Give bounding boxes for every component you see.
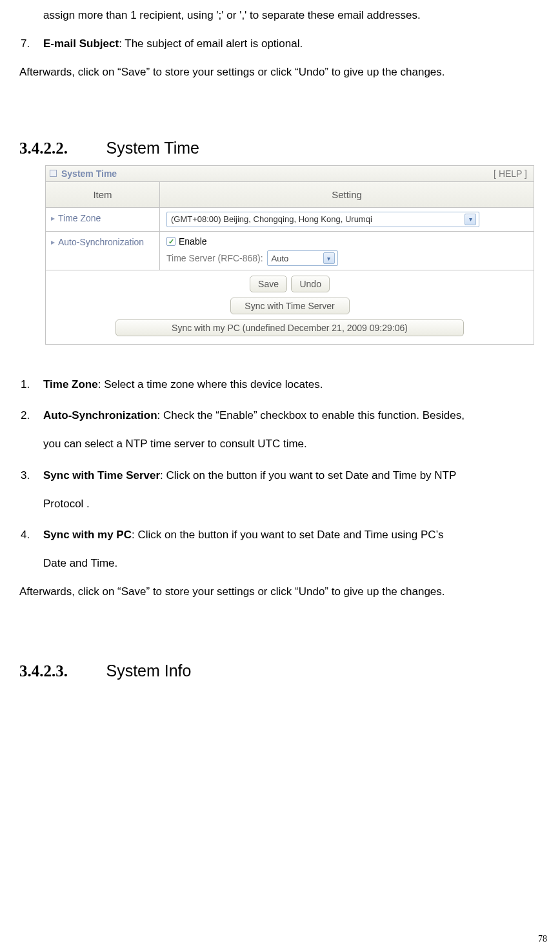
item3-rest-b: Protocol . [19, 490, 541, 518]
enable-checkbox-row: ✓ Enable [166, 236, 207, 247]
item4-rest-a: : Click on the button if you want to set… [132, 529, 444, 541]
timezone-value: (GMT+08:00) Beijing, Chongqing, Hong Kon… [171, 214, 372, 224]
timezone-select[interactable]: (GMT+08:00) Beijing, Chongqing, Hong Kon… [166, 212, 479, 227]
enable-label: Enable [179, 236, 207, 247]
item2-bold: Auto-Synchronization [43, 409, 157, 421]
header-item: Item [46, 182, 160, 207]
timeserver-select[interactable]: Auto ▾ [267, 250, 338, 266]
timeserver-value: Auto [272, 254, 289, 263]
system-time-panel: System Time [ HELP ] Item Setting ▸ Time… [45, 165, 534, 345]
list-number: 3. [21, 461, 30, 490]
list-item-2: 2. Auto-Synchronization: Check the “Enab… [19, 401, 541, 430]
chevron-down-icon: ▾ [323, 252, 335, 264]
sync-pc-button[interactable]: Sync with my PC (undefined December 21, … [115, 319, 464, 336]
label-timezone-text: Time Zone [58, 213, 101, 223]
item2-rest-a: : Check the “Enable” checkbox to enable … [157, 409, 465, 421]
list-item-4: 4. Sync with my PC: Click on the button … [19, 521, 541, 549]
list-number: 1. [21, 370, 30, 399]
sync-timeserver-button[interactable]: Sync with Time Server [230, 298, 350, 314]
timeserver-label: Time Server (RFC-868): [166, 253, 263, 263]
label-timezone: ▸ Time Zone [46, 208, 160, 231]
undo-button[interactable]: Undo [291, 276, 329, 292]
heading-title: System Time [106, 139, 199, 157]
item3-bold: Sync with Time Server [43, 469, 160, 481]
item1-bold: Time Zone [43, 378, 98, 390]
list-number: 7. [21, 30, 30, 58]
heading-title: System Info [106, 662, 191, 680]
para-afterwards-1: Afterwards, click on “Save” to store you… [19, 58, 541, 86]
list-number: 2. [21, 401, 30, 430]
para-afterwards-2: Afterwards, click on “Save” to store you… [19, 578, 541, 606]
item1-rest: : Select a time zone where this device l… [98, 378, 323, 390]
item4-rest-b: Date and Time. [19, 549, 541, 578]
panel-titlebar: System Time [ HELP ] [46, 166, 534, 182]
label-autosync-text: Auto-Synchronization [58, 237, 144, 247]
arrow-icon: ▸ [51, 238, 55, 247]
page-number: 78 [538, 934, 547, 944]
item7-rest: : The subject of email alert is optional… [119, 37, 303, 50]
header-setting: Setting [160, 182, 534, 207]
help-link[interactable]: [ HELP ] [494, 168, 527, 179]
label-autosync: ▸ Auto-Synchronization [46, 232, 160, 270]
list-number: 4. [21, 521, 30, 549]
panel-icon [50, 170, 57, 177]
item3-rest-a: : Click on the button if you want to set… [160, 469, 456, 481]
arrow-icon: ▸ [51, 214, 55, 223]
list-item-3: 3. Sync with Time Server: Click on the b… [19, 461, 541, 490]
enable-checkbox[interactable]: ✓ [166, 237, 175, 246]
save-button[interactable]: Save [250, 276, 287, 292]
para-continuation: assign more than 1 recipient, using ';' … [19, 1, 541, 30]
list-item-1: 1. Time Zone: Select a time zone where t… [19, 370, 541, 399]
item2-rest-b: you can select a NTP time server to cons… [19, 430, 541, 458]
heading-3-4-2-2: 3.4.2.2. System Time [19, 139, 541, 157]
list-item-7: 7. E-mail Subject: The subject of email … [19, 30, 541, 58]
row-timezone: ▸ Time Zone (GMT+08:00) Beijing, Chongqi… [46, 208, 534, 232]
item7-bold: E-mail Subject [43, 37, 119, 50]
panel-title: System Time [61, 168, 117, 179]
chevron-down-icon: ▾ [465, 214, 476, 225]
row-autosync: ▸ Auto-Synchronization ✓ Enable Time Ser… [46, 232, 534, 271]
item4-bold: Sync with my PC [43, 529, 132, 541]
heading-3-4-2-3: 3.4.2.3. System Info [19, 662, 541, 680]
heading-number: 3.4.2.2. [19, 139, 103, 157]
table-header: Item Setting [46, 182, 534, 208]
button-row: Save Undo Sync with Time Server Sync wit… [46, 270, 534, 344]
heading-number: 3.4.2.3. [19, 662, 103, 680]
